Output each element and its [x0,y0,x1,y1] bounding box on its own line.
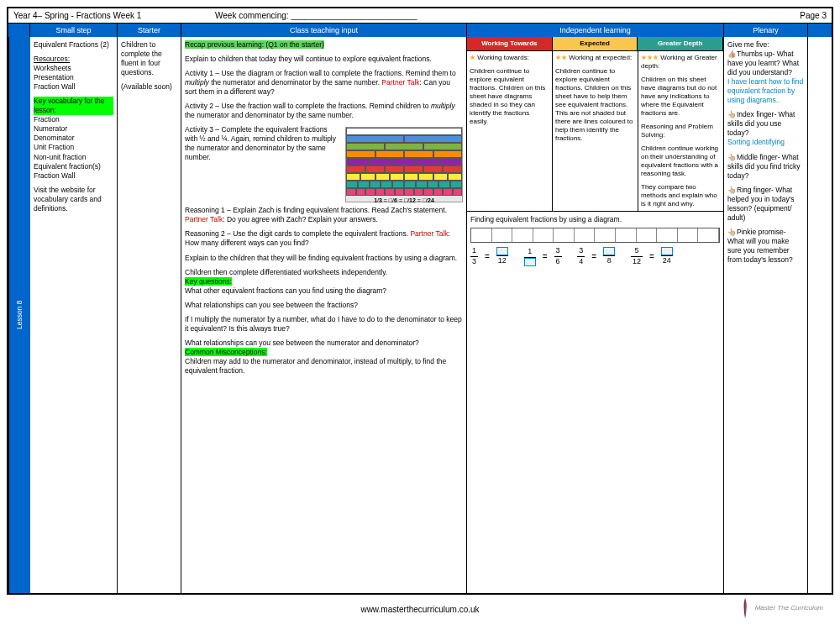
kq1: What other equivalent fractions can you … [185,286,463,296]
resources-list: Worksheets Presentation Fraction Wall [34,64,113,92]
plenary-index: 👆🏼Index finger- What skills did you use … [727,110,804,138]
footer-url: www.masterthecurriculum.co.uk [0,601,840,617]
column-headers: Small step Starter Class teaching input … [8,24,832,37]
plenary-pinkie: 👆🏼Pinkie promise- What will you make sur… [727,228,804,265]
wt-content: ★ Working towards: Children continue to … [467,51,553,211]
col-teaching: Class teaching input [181,24,467,37]
page-header: Year 4– Spring - Fractions Week 1 Week c… [8,8,832,24]
teaching-intro: Explain to children that today they will… [185,55,463,64]
teaching-cell: Recap previous learning: (Q1 on the star… [181,37,467,593]
vocab-list: Fraction Numerator Denominator Unit Frac… [34,115,113,180]
exp-header: Expected [553,37,638,51]
activity-1: Activity 1 – Use the diagram or fraction… [185,69,463,97]
teaching-diff: Children then complete differentiated wo… [185,268,463,277]
exp-content: ★★ Working at expected: Children continu… [553,51,638,211]
fraction-wall-diagram: 1/3 = □/6 = □/12 = □/24 [345,127,463,202]
small-step-title: Equivalent Fractions (2) [34,40,113,50]
starter-cell: Children to complete the fluent in four … [118,37,181,593]
small-step-cell: Equivalent Fractions (2) Resources: Work… [30,37,118,593]
header-week: Week commencing: _______________________… [215,11,776,20]
starter-avail: (Available soon) [121,82,177,92]
kq3: If I multiply the numerator by a number,… [185,315,463,333]
plenary-thumb: 👍🏼Thumbs up- What have you learnt? What … [727,50,804,77]
gd-header: Greater Depth [638,37,723,51]
wt-header: Working Towards [467,37,553,51]
kq4: What relationships can you see between t… [185,339,463,348]
fraction-equations: 13= 12 1= 36 34= 8 512= 24 [470,246,720,266]
starter-text: Children to complete the fluent in four … [121,40,177,77]
vocab-heading: Key vocabulary for the lesson: [34,97,113,115]
fraction-diagram [470,228,720,243]
plenary-intro: Give me five: [727,40,804,50]
activity-2: Activity 2 – Use the fraction wall to co… [185,102,463,120]
plenary-middle: 👆🏼Middle finger- What skills did you fin… [727,153,804,181]
header-title: Year 4– Spring - Fractions Week 1 [13,11,215,20]
header-page: Page 3 [776,11,827,20]
indep-body: ★ Working towards: Children continue to … [467,51,723,211]
recap-heading: Recap previous learning: (Q1 on the star… [185,40,324,49]
col-small-step: Small step [30,24,118,37]
plenary-ring: 👆🏼Ring finger- What helped you in today'… [727,186,804,223]
lesson-number: Lesson 8 [8,37,30,593]
misconceptions: Children may add to the numerator and de… [185,357,463,375]
resources-heading: Resources: [34,55,113,64]
brand-logo: Master The Curriculum [738,596,823,620]
reasoning-1: Reasoning 1 – Explain Zach is finding eq… [185,206,463,224]
teaching-explain: Explain to the children that they will b… [185,254,463,263]
lesson-plan-page: Year 4– Spring - Fractions Week 1 Week c… [7,7,833,595]
col-independent: Independent learning [467,24,724,37]
indep-headers: Working Towards Expected Greater Depth [467,37,723,51]
kq2: What relationships can you see between t… [185,301,463,310]
indep-bottom: Finding equivalent fractions by using a … [467,211,723,270]
plenary-cell: Give me five: 👍🏼Thumbs up- What have you… [724,37,808,593]
lesson-body: Lesson 8 Equivalent Fractions (2) Resour… [8,37,832,593]
visit-note: Visit the website for vocabulary cards a… [34,186,113,213]
feather-icon [738,596,753,620]
key-questions-heading: Key questions: [185,277,232,286]
gd-content: ★★★ Working at Greater depth: Children o… [638,51,723,211]
misconceptions-heading: Common Misconceptions: [185,348,267,356]
star-icon: ★★★ [641,54,659,61]
star-icon: ★★ [555,54,567,61]
independent-cell: Working Towards Expected Greater Depth ★… [467,37,724,593]
plenary-thumb-ans: I have learnt how to find equivalent fra… [727,77,804,105]
col-starter: Starter [118,24,181,37]
bottom-title: Finding equivalent fractions by using a … [470,215,720,224]
plenary-index-ans: Sorting Identifying [727,138,804,147]
reasoning-2: Reasoning 2 – Use the digit cards to com… [185,229,463,248]
star-icon: ★ [470,54,475,61]
col-plenary: Plenary [724,24,808,37]
